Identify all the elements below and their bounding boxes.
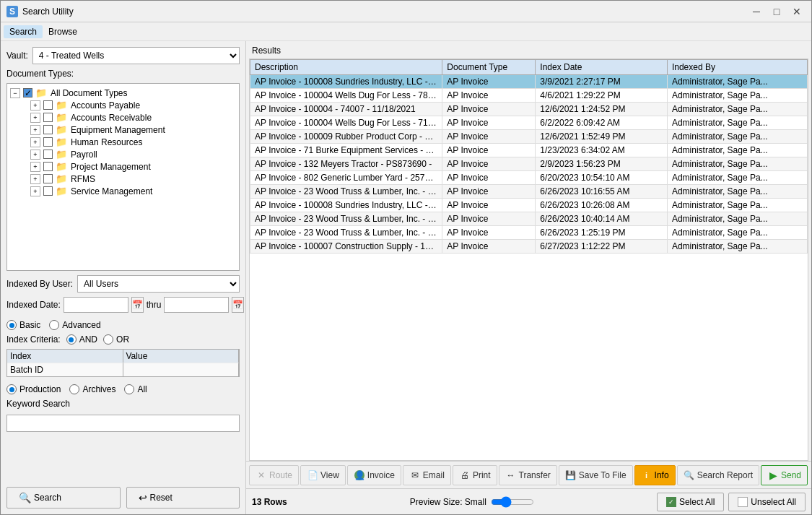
expander-ar[interactable]: +: [30, 113, 40, 123]
table-row[interactable]: AP Invoice - 23 Wood Truss & Lumber, Inc…: [250, 185, 808, 199]
expander-hr[interactable]: +: [30, 137, 40, 147]
invoice-button[interactable]: 👤 Invoice: [347, 465, 401, 485]
search-button[interactable]: 🔍 Search: [6, 487, 121, 508]
radio-or[interactable]: OR: [103, 334, 129, 345]
print-button[interactable]: 🖨 Print: [453, 465, 497, 485]
save-to-file-button[interactable]: 💾 Save To File: [559, 465, 633, 485]
table-cell-index_date: 6/20/2023 10:54:10 AM: [536, 171, 668, 185]
table-cell-indexed_by: Administrator, Sage Pa...: [667, 144, 807, 157]
expander-payroll[interactable]: +: [30, 150, 40, 160]
vault-select[interactable]: 4 - Treated Wells: [32, 47, 240, 64]
table-row[interactable]: AP Invoice - 802 Generic Lumber Yard - 2…: [250, 171, 808, 185]
table-cell-desc: AP Invoice - 100008 Sundries Industry, L…: [250, 199, 442, 212]
table-row[interactable]: AP Invoice - 23 Wood Truss & Lumber, Inc…: [250, 212, 808, 226]
menu-search[interactable]: Search: [4, 25, 43, 38]
tree-children: + 📁 Accounts Payable + 📁 Accounts Receiv…: [30, 99, 236, 197]
checkbox-ap[interactable]: [43, 100, 53, 110]
thru-label: thru: [147, 300, 162, 310]
results-table-container[interactable]: Description Document Type Index Date Ind…: [249, 59, 808, 461]
radio-and-label: AND: [79, 334, 97, 345]
tree-item-payroll[interactable]: + 📁 Payroll: [30, 148, 236, 160]
select-all-button[interactable]: ✓ Select All: [657, 493, 724, 511]
radio-all[interactable]: All: [124, 384, 147, 394]
indexed-by-select[interactable]: All Users: [77, 275, 240, 293]
checkbox-rfms[interactable]: [43, 174, 53, 183]
route-button[interactable]: ✕ Route: [249, 465, 299, 485]
expander-em[interactable]: +: [30, 125, 40, 135]
indexed-by-label: Indexed By User:: [6, 279, 73, 289]
tree-item-sm[interactable]: + 📁 Service Management: [30, 185, 236, 197]
criteria-header: Index Value: [7, 350, 239, 363]
menu-bar: Search Browse: [1, 22, 811, 41]
close-button[interactable]: ✕: [788, 4, 806, 19]
send-button[interactable]: ▶ Send: [761, 465, 808, 485]
table-row[interactable]: AP Invoice - 71 Burke Equipment Services…: [250, 144, 808, 157]
tree-item-ar[interactable]: + 📁 Accounts Receivable: [30, 111, 236, 124]
expander-rfms[interactable]: +: [30, 174, 40, 184]
info-button[interactable]: i Info: [634, 465, 676, 485]
table-row[interactable]: AP Invoice - 100008 Sundries Industry, L…: [250, 199, 808, 212]
radio-advanced[interactable]: Advanced: [49, 320, 100, 330]
checkbox-hr[interactable]: [43, 137, 53, 147]
tree-label-sm: Service Management: [71, 186, 152, 196]
tree-item-em[interactable]: + 📁 Equipment Management: [30, 124, 236, 136]
criteria-index-input[interactable]: [10, 365, 120, 375]
mode-radio-row: Basic Advanced: [6, 320, 240, 330]
indexed-by-row: Indexed By User: All Users: [6, 275, 240, 293]
tree-item-all[interactable]: − ✓ 📁 All Document Types: [10, 87, 236, 99]
checkbox-ar[interactable]: [43, 113, 53, 122]
calendar-from-button[interactable]: 📅: [131, 297, 144, 313]
calendar-to-button[interactable]: 📅: [232, 297, 244, 313]
table-row[interactable]: AP Invoice - 100008 Sundries Industry, L…: [250, 75, 808, 89]
radio-production[interactable]: Production: [6, 384, 61, 394]
radio-archives-label: Archives: [82, 384, 115, 394]
checkbox-pm[interactable]: [43, 162, 53, 171]
app-icon: S: [6, 6, 18, 17]
results-label: Results: [246, 41, 811, 59]
reset-button[interactable]: ↩ Reset: [126, 487, 240, 508]
table-cell-index_date: 6/26/2023 10:40:14 AM: [536, 212, 668, 226]
table-row[interactable]: AP Invoice - 100004 Wells Dug For Less -…: [250, 89, 808, 103]
view-button[interactable]: 📄 View: [300, 465, 346, 485]
indexed-date-label: Indexed Date:: [6, 300, 61, 310]
expander-pm[interactable]: +: [30, 162, 40, 172]
view-icon: 📄: [307, 469, 318, 481]
unselect-all-button[interactable]: Unselect All: [728, 493, 806, 511]
table-row[interactable]: AP Invoice - 132 Meyers Tractor - PS8736…: [250, 157, 808, 171]
tree-item-pm[interactable]: + 📁 Project Management: [30, 160, 236, 173]
table-row[interactable]: AP Invoice - 100004 Wells Dug For Less -…: [250, 116, 808, 130]
criteria-value-input[interactable]: [126, 365, 236, 375]
checkbox-all[interactable]: ✓: [23, 88, 32, 98]
table-row[interactable]: AP Invoice - 100007 Construction Supply …: [250, 240, 808, 254]
radio-basic[interactable]: Basic: [6, 320, 40, 330]
minimize-button[interactable]: ─: [748, 4, 765, 19]
col-indexed-by: Indexed By: [667, 60, 807, 75]
tree-item-rfms[interactable]: + 📁 RFMS: [30, 173, 236, 185]
table-row[interactable]: AP Invoice - 100004 - 74007 - 11/18/2021…: [250, 103, 808, 116]
menu-browse[interactable]: Browse: [43, 25, 83, 38]
date-from-input[interactable]: [64, 297, 128, 313]
expander-ap[interactable]: +: [30, 100, 40, 111]
checkbox-sm[interactable]: [43, 186, 53, 196]
keyword-input[interactable]: [6, 415, 240, 432]
checkbox-em[interactable]: [43, 125, 53, 134]
preview-slider[interactable]: [491, 496, 534, 508]
search-report-button[interactable]: 🔍 Search Report: [677, 465, 759, 485]
table-cell-desc: AP Invoice - 802 Generic Lumber Yard - 2…: [250, 171, 442, 185]
tree-item-hr[interactable]: + 📁 Human Resources: [30, 136, 236, 148]
index-criteria-row: Index Criteria: AND OR: [6, 334, 240, 345]
table-row[interactable]: AP Invoice - 23 Wood Truss & Lumber, Inc…: [250, 226, 808, 240]
expander-sm[interactable]: +: [30, 186, 40, 196]
transfer-button[interactable]: ↔ Transfer: [499, 465, 557, 485]
checkbox-payroll[interactable]: [43, 150, 53, 159]
table-cell-index_date: 12/6/2021 1:52:49 PM: [536, 130, 668, 144]
expander-all[interactable]: −: [10, 88, 20, 98]
radio-and[interactable]: AND: [66, 334, 97, 345]
date-to-input[interactable]: [164, 297, 229, 313]
table-cell-desc: AP Invoice - 23 Wood Truss & Lumber, Inc…: [250, 185, 442, 199]
tree-item-ap[interactable]: + 📁 Accounts Payable: [30, 99, 236, 111]
maximize-button[interactable]: □: [768, 4, 785, 19]
table-row[interactable]: AP Invoice - 100009 Rubber Product Corp …: [250, 130, 808, 144]
email-button[interactable]: ✉ Email: [403, 465, 451, 485]
radio-archives[interactable]: Archives: [69, 384, 115, 394]
